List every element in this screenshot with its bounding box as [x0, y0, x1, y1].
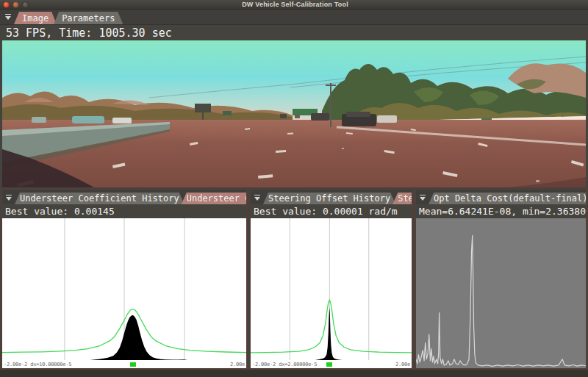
- opt-delta-chart: [416, 218, 586, 368]
- histogram: [90, 315, 188, 360]
- steering-plot: -2.00e-2 dx=2.00000e-5 2.00e: [251, 218, 412, 368]
- understeer-tab-bar: Understeer Coefficient History Understee…: [2, 190, 246, 204]
- collapse-panel-icon[interactable]: [4, 14, 12, 21]
- tab-steering-history[interactable]: Steering Offset History: [263, 193, 395, 204]
- window-controls: [0, 1, 29, 8]
- x-axis-label-right: 2.00e: [230, 362, 245, 367]
- window-title: DW Vehicle Self-Calibration Tool: [29, 1, 562, 8]
- collapse-panel-icon[interactable]: [419, 195, 426, 202]
- fit-curve: [251, 300, 412, 353]
- collapse-panel-icon[interactable]: [5, 195, 12, 202]
- opt-delta-stats: Mean=6.64241E-08, min=2.36380E-0: [416, 204, 586, 218]
- x-axis-label-left: -2.00e-2 dx=2.00000e-5: [252, 362, 317, 367]
- plot-panels: Understeer Coefficient History Understee…: [0, 187, 588, 369]
- opt-delta-plot: [416, 218, 586, 368]
- x-axis-label-left: -2.00e-2 dx=10.00000e-5: [4, 362, 71, 367]
- understeer-chart: [2, 218, 246, 360]
- tab-understeer-current[interactable]: Understeer C: [182, 193, 246, 204]
- tab-understeer-history[interactable]: Understeer Coefficient History: [15, 193, 184, 204]
- opt-delta-tab-bar: Opt Delta Cost(default-final): [416, 190, 586, 204]
- close-window-icon[interactable]: [3, 1, 10, 8]
- collapse-panel-icon[interactable]: [254, 195, 261, 202]
- app-window: DW Vehicle Self-Calibration Tool Image P…: [0, 0, 588, 377]
- steering-chart: [251, 218, 412, 360]
- understeer-plot: -2.00e-2 dx=10.00000e-5 2.00e: [2, 218, 246, 368]
- cost-line: [416, 235, 586, 366]
- best-value-marker: [130, 362, 136, 367]
- steering-tab-bar: Steering Offset History Stee: [251, 190, 412, 204]
- histogram: [315, 308, 343, 360]
- understeer-best-value: Best value: 0.00145: [2, 204, 246, 218]
- panel-steering-offset: Steering Offset History Stee Best value:…: [250, 189, 412, 369]
- window-footer: [0, 370, 588, 377]
- camera-view: [2, 40, 586, 187]
- steering-best-value: Best value: 0.00001 rad/m: [251, 204, 412, 218]
- fps-status: 53 FPS, Time: 1005.30 sec: [0, 25, 588, 40]
- title-bar: DW Vehicle Self-Calibration Tool: [0, 0, 588, 10]
- minimize-window-icon[interactable]: [12, 1, 19, 8]
- main-tab-bar: Image Parameters: [0, 10, 588, 25]
- tab-image[interactable]: Image: [14, 12, 57, 24]
- x-axis-label-right: 2.00e: [395, 362, 410, 367]
- camera-scene: [2, 40, 586, 187]
- best-value-marker: [326, 362, 332, 367]
- maximize-window-icon[interactable]: [22, 1, 29, 8]
- tab-parameters[interactable]: Parameters: [54, 12, 123, 24]
- panel-understeer: Understeer Coefficient History Understee…: [1, 189, 247, 369]
- panel-opt-delta-cost: Opt Delta Cost(default-final) Mean=6.642…: [415, 189, 587, 369]
- tab-opt-delta-cost[interactable]: Opt Delta Cost(default-final): [429, 193, 586, 204]
- tab-steering-current[interactable]: Stee: [392, 193, 412, 204]
